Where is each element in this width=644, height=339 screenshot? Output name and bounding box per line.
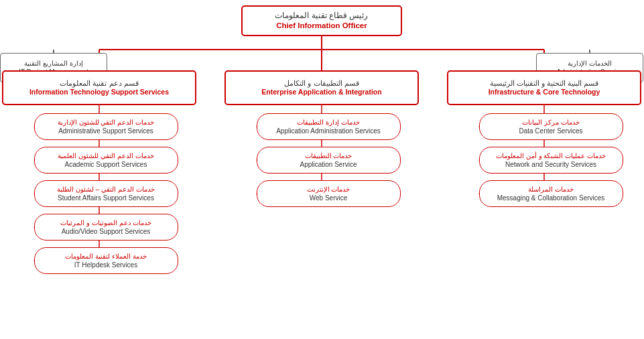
col2-item-2: خدمات الإنترنتWeb Service [257, 180, 401, 207]
col3-item-0: خدمات مركز البياناتData Center Services [479, 113, 623, 140]
col1-item-4: خدمة العملاء لتقنية المعلوماتIT Helpdesk… [34, 247, 178, 274]
col2-item-1: خدمات التطبيقاتApplication Service [257, 147, 401, 174]
col2-item-0: خدمات إدارة التطبيقاتApplication Adminis… [257, 113, 401, 140]
col1-item-2: خدمات الدعم التقي – لشئون الطلبةStudent … [34, 180, 178, 207]
org-chart: رئيس قطاع تقنية المعلوماتChief Informati… [0, 0, 644, 339]
col3-header: قسم البنية التحتية و التقنيات الرئيسيةIn… [447, 70, 641, 105]
col1-item-1: خدمات الدعم التقي للشئون العلميةAcademic… [34, 147, 178, 174]
col1-item-0: خدمات الدعم التقي للشئون الإداريةAdminis… [34, 113, 178, 140]
col2-header: قسم التطبيقات و التكاملEnterprise Applic… [224, 70, 419, 105]
col3-item-2: خدمات المراسلةMessaging & Collaboration … [479, 180, 623, 207]
cio-box: رئيس قطاع تقنية المعلوماتChief Informati… [241, 5, 402, 36]
col3-item-1: خدمات عمليات الشبكة و أمن المعلوماتNetwo… [479, 147, 623, 174]
col1-item-3: خدمات دعم الصوتيات و المرئياتAudio/Video… [34, 214, 178, 241]
col1-header: قسم دعم تقنية المعلوماتInformation Techn… [2, 70, 196, 105]
